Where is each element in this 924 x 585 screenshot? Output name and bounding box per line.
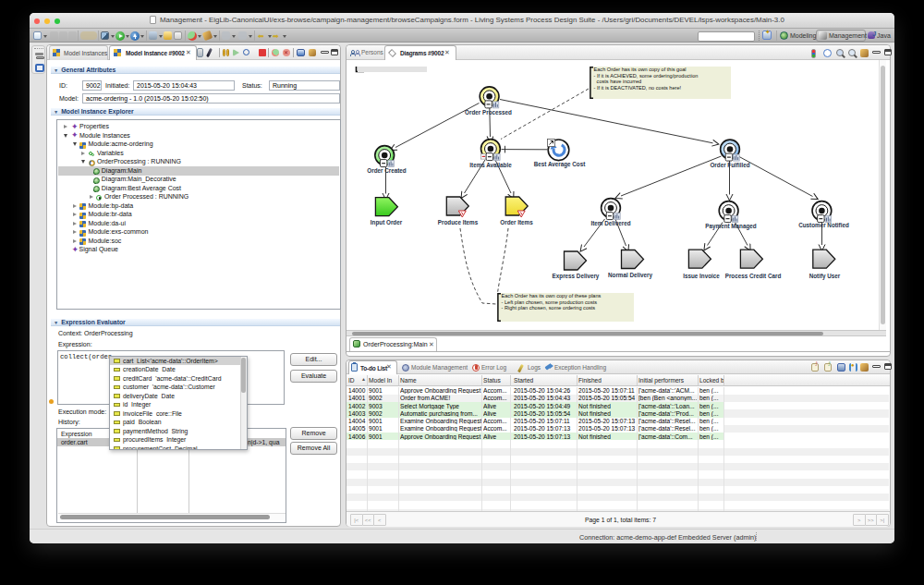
svg-text:Best Average Cost: Best Average Cost	[534, 161, 586, 168]
svg-text:Normal Delivery: Normal Delivery	[608, 272, 652, 279]
svg-text:Order Created: Order Created	[367, 167, 406, 174]
svg-text:Items Available: Items Available	[469, 162, 512, 168]
svg-text:costs have incurred: costs have incurred	[594, 79, 642, 84]
svg-text:Produce Items: Produce Items	[438, 219, 479, 225]
svg-text:Each Order has its own copy of: Each Order has its own copy of these pla…	[502, 293, 602, 299]
svg-text:Customer Notified: Customer Notified	[798, 222, 849, 228]
svg-text:Payment Managed: Payment Managed	[705, 223, 756, 230]
svg-text:Express Delivery: Express Delivery	[553, 273, 600, 280]
svg-text:Order Items: Order Items	[500, 219, 533, 225]
svg-text:Issue Invoice: Issue Invoice	[683, 273, 720, 279]
svg-text:- If it is ACHIEVED, some orde: - If it is ACHIEVED, some ordering/produ…	[594, 73, 699, 79]
svg-text:Order Fulfilled: Order Fulfilled	[710, 162, 749, 168]
svg-text:Notify User: Notify User	[809, 273, 841, 280]
svg-text:Item Delivered: Item Delivered	[590, 220, 630, 226]
svg-text:Process Credit Card: Process Credit Card	[725, 273, 782, 279]
svg-text:Order Processed: Order Processed	[465, 109, 512, 116]
svg-text:Each Order has its own copy of: Each Order has its own copy of this goal	[594, 67, 687, 72]
svg-text:- If it is DEACTIVATED, no cos: - If it is DEACTIVATED, no costs here!	[594, 85, 682, 91]
svg-text:- Right plan chosen, some orde: - Right plan chosen, some ordering costs	[502, 305, 596, 311]
svg-text:- Left plan chosen, some produ: - Left plan chosen, some production cost…	[502, 299, 598, 305]
svg-text:Input Order: Input Order	[371, 219, 403, 226]
